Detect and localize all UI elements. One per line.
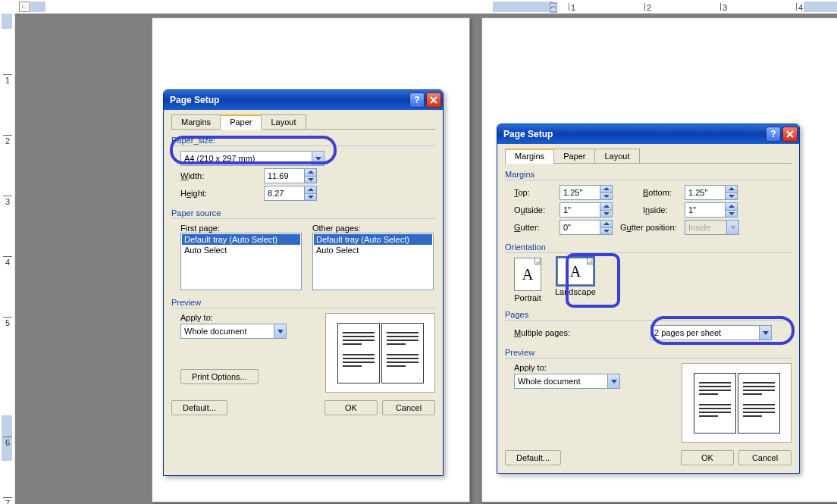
svg-marker-9 (603, 195, 610, 198)
top-label: Top: (514, 188, 560, 197)
preview-group: Preview (505, 348, 792, 358)
preview (325, 313, 435, 393)
landscape-option[interactable]: A Landscape (555, 258, 596, 302)
gutter-pos-combo: Inside (685, 220, 739, 235)
close-button[interactable] (782, 127, 798, 142)
indent-marker[interactable] (550, 0, 557, 14)
pages-group: Pages (505, 310, 792, 321)
svg-marker-16 (603, 222, 610, 225)
chevron-down-icon[interactable] (312, 152, 324, 165)
tab-margins[interactable]: Margins (171, 114, 221, 129)
ok-button[interactable]: OK (324, 400, 378, 415)
tab-paper[interactable]: Paper (553, 149, 595, 163)
svg-marker-7 (277, 330, 284, 333)
first-page-list[interactable]: Default tray (Auto Select) Auto Select (180, 233, 302, 290)
chevron-down-icon[interactable] (274, 324, 286, 338)
first-page-label: First page: (180, 224, 302, 233)
chevron-down-icon[interactable] (759, 326, 771, 340)
svg-marker-8 (603, 187, 610, 190)
svg-marker-5 (308, 188, 314, 191)
svg-marker-10 (729, 187, 735, 190)
bottom-label: Bottom: (643, 188, 685, 197)
orientation-group: Orientation (505, 243, 792, 253)
svg-marker-17 (603, 230, 610, 233)
page-setup-dialog-margins: Page Setup ? Margins Paper Layout Margin… (497, 124, 800, 474)
width-label: Width: (180, 171, 226, 180)
tabs: Margins Paper Layout (505, 149, 792, 164)
bottom-spinner[interactable]: 1.25" (685, 185, 738, 200)
paper-size-group: Paper_size: (171, 136, 435, 146)
titlebar[interactable]: Page Setup ? (164, 90, 443, 110)
page-setup-dialog-paper: Page Setup ? Margins Paper Layout Paper_… (163, 89, 444, 476)
svg-marker-13 (603, 212, 610, 215)
width-spinner[interactable]: 11.69 (264, 168, 317, 183)
paper-size-combo[interactable]: A4 (210 x 297 mm) (180, 151, 324, 166)
gutter-label: Gutter: (514, 223, 560, 232)
apply-to-combo[interactable]: Whole document (180, 324, 287, 339)
svg-marker-11 (729, 195, 735, 198)
preview-group: Preview (171, 298, 435, 308)
vertical-ruler: 1 2 3 4 5 6 7 (0, 14, 15, 504)
tab-layout[interactable]: Layout (261, 114, 306, 129)
tabs: Margins Paper Layout (171, 114, 435, 130)
other-pages-list[interactable]: Default tray (Auto Select) Auto Select (312, 233, 434, 290)
svg-marker-6 (308, 196, 314, 199)
horizontal-ruler: ∟ 1 2 3 4 (15, 0, 837, 14)
default-button[interactable]: Default... (505, 450, 561, 465)
svg-marker-14 (729, 205, 735, 208)
tab-paper[interactable]: Paper (220, 114, 262, 130)
apply-to-combo[interactable]: Whole document (514, 374, 620, 389)
svg-marker-3 (308, 171, 314, 174)
dialog-title: Page Setup (503, 129, 764, 139)
multiple-pages-combo[interactable]: 2 pages per sheet (650, 325, 772, 340)
print-options-button[interactable]: Print Options... (180, 369, 259, 384)
tab-layout[interactable]: Layout (594, 149, 639, 163)
chevron-down-icon[interactable] (607, 374, 619, 388)
outside-label: Outside: (514, 205, 560, 214)
svg-marker-2 (315, 157, 321, 161)
svg-marker-12 (603, 205, 610, 208)
svg-marker-19 (763, 331, 769, 335)
inside-label: Inside: (643, 205, 685, 214)
paper-source-group: Paper source (171, 208, 435, 219)
height-spinner[interactable]: 8.27 (264, 186, 317, 201)
svg-marker-20 (611, 380, 617, 383)
height-label: Height: (180, 189, 226, 198)
cancel-button[interactable]: Cancel (382, 400, 435, 415)
cancel-button[interactable]: Cancel (738, 450, 792, 465)
dialog-title: Page Setup (170, 95, 408, 105)
help-button[interactable]: ? (409, 92, 425, 108)
preview (682, 363, 792, 443)
svg-marker-4 (308, 178, 314, 181)
tab-selector[interactable]: ∟ (19, 2, 30, 12)
portrait-option[interactable]: A Portrait (514, 258, 541, 302)
margins-group: Margins (505, 170, 792, 180)
ok-button[interactable]: OK (681, 450, 734, 465)
gutter-pos-label: Gutter position: (620, 223, 685, 232)
other-pages-label: Other pages: (312, 224, 434, 233)
inside-spinner[interactable]: 1" (685, 202, 738, 218)
gutter-spinner[interactable]: 0" (560, 220, 613, 235)
tab-margins[interactable]: Margins (505, 149, 554, 164)
default-button[interactable]: Default... (171, 400, 227, 415)
svg-marker-15 (729, 212, 735, 215)
help-button[interactable]: ? (766, 127, 781, 142)
close-button[interactable] (426, 92, 441, 108)
multiple-pages-label: Multiple pages: (514, 328, 582, 337)
top-spinner[interactable]: 1.25" (560, 185, 613, 200)
outside-spinner[interactable]: 1" (560, 202, 613, 218)
titlebar[interactable]: Page Setup ? (497, 124, 799, 144)
svg-marker-18 (730, 226, 736, 230)
